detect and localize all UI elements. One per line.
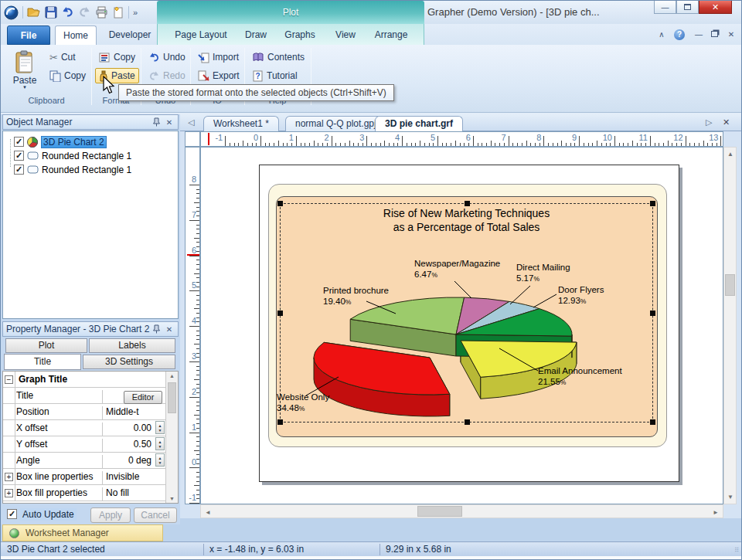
- property-group-row[interactable]: − Graph Title: [3, 372, 165, 388]
- scroll-up-icon[interactable]: ▲: [169, 373, 175, 378]
- visibility-checkbox[interactable]: ✓: [14, 165, 24, 175]
- apply-button[interactable]: Apply: [90, 507, 131, 523]
- scroll-down-icon[interactable]: ▼: [169, 496, 175, 501]
- cut-button[interactable]: ✂ Cut: [46, 49, 80, 65]
- new-format-icon[interactable]: [112, 6, 124, 19]
- property-row-box-line[interactable]: + Box line properties Invisible: [3, 469, 165, 485]
- selection-handle[interactable]: [465, 419, 470, 425]
- selection-handle[interactable]: [465, 201, 470, 206]
- scroll-left-icon[interactable]: ◄: [205, 509, 211, 516]
- auto-update-label[interactable]: Auto Update: [20, 508, 77, 521]
- property-grid-scrollbar[interactable]: ▲ ▼: [165, 372, 178, 503]
- spinner-control[interactable]: ▲▼: [155, 421, 165, 434]
- close-panel-icon[interactable]: ✕: [164, 325, 175, 334]
- save-icon[interactable]: [45, 6, 57, 19]
- auto-update-checkbox[interactable]: ✓: [7, 509, 17, 519]
- scroll-up-icon[interactable]: ▲: [727, 151, 733, 158]
- close-panel-icon[interactable]: ✕: [164, 118, 175, 127]
- tab-close-icon[interactable]: ✕: [723, 117, 730, 127]
- undo-button[interactable]: Undo: [145, 49, 189, 65]
- selection-handle[interactable]: [277, 419, 283, 425]
- pin-icon[interactable]: [153, 324, 164, 334]
- expand-icon[interactable]: +: [5, 473, 13, 481]
- property-row-y-offset[interactable]: Y offset 0.50 ▲▼: [3, 436, 165, 453]
- tab-page-layout[interactable]: Page Layout: [168, 25, 234, 45]
- contents-button[interactable]: Contents: [248, 49, 308, 65]
- tree-item-rounded-rectangle[interactable]: ✓ Rounded Rectangle 1: [14, 163, 131, 176]
- scrollbar-thumb[interactable]: [417, 506, 462, 517]
- paste-big-button[interactable]: Paste ▼: [7, 47, 43, 93]
- doc-tab-worksheet1[interactable]: Worksheet1 *: [203, 116, 279, 131]
- contextual-tab-group-header[interactable]: Plot: [157, 1, 424, 24]
- doc-tab-qq-plot[interactable]: normal Q-Q plot.gpj: [285, 116, 386, 131]
- property-row-x-offset[interactable]: X offset 0.00 ▲▼: [3, 420, 165, 436]
- pm-tab-3d-settings[interactable]: 3D Settings: [83, 355, 175, 369]
- help-icon[interactable]: ?: [672, 29, 686, 41]
- ribbon-collapse-icon[interactable]: ∧: [655, 29, 669, 41]
- property-row-box-fill[interactable]: + Box fill properties No fill: [3, 485, 165, 501]
- property-value[interactable]: No fill: [102, 487, 164, 501]
- spinner-control[interactable]: ▲▼: [155, 437, 165, 450]
- paste-dropdown-icon[interactable]: ▼: [22, 86, 27, 90]
- cancel-button[interactable]: Cancel: [134, 507, 177, 523]
- redo-button[interactable]: Redo: [145, 68, 189, 83]
- tab-scroll-right-icon[interactable]: ▷: [706, 117, 712, 127]
- document-restore-icon[interactable]: [707, 29, 721, 41]
- property-value[interactable]: Middle-t: [102, 406, 164, 420]
- redo-icon[interactable]: [78, 6, 91, 19]
- editor-button[interactable]: Editor: [124, 391, 162, 404]
- scrollbar-thumb[interactable]: [725, 274, 735, 296]
- horizontal-scrollbar[interactable]: ◄ ►: [200, 504, 723, 518]
- pm-tab-labels[interactable]: Labels: [89, 338, 175, 353]
- tab-developer[interactable]: Developer: [101, 25, 158, 45]
- tab-file[interactable]: File: [7, 25, 50, 45]
- resize-grip[interactable]: ⠿: [734, 547, 740, 554]
- export-button[interactable]: Export: [194, 68, 243, 83]
- property-row-position[interactable]: Position Middle-t: [3, 404, 165, 420]
- spinner-control[interactable]: ▲▼: [155, 453, 165, 467]
- scroll-down-icon[interactable]: ▼: [727, 494, 733, 501]
- selection-handle[interactable]: [650, 311, 655, 316]
- document-minimize-icon[interactable]: —: [692, 29, 706, 41]
- qat-overflow-button[interactable]: »: [133, 8, 138, 17]
- close-button[interactable]: ✕: [699, 1, 732, 14]
- open-icon[interactable]: [27, 6, 41, 19]
- selection-handle[interactable]: [277, 201, 283, 206]
- selection-handle[interactable]: [650, 201, 655, 206]
- selection-handle[interactable]: [277, 311, 283, 316]
- tab-scroll-left-icon[interactable]: ◁: [188, 117, 194, 127]
- worksheet-manager-tab[interactable]: Worksheet Manager: [2, 524, 163, 541]
- tab-arrange[interactable]: Arrange: [367, 25, 415, 45]
- tree-item-pie-chart[interactable]: ✓ 3D Pie Chart 2: [14, 135, 107, 148]
- undo-icon[interactable]: [61, 6, 74, 19]
- pin-icon[interactable]: [153, 117, 164, 127]
- property-value[interactable]: Invisible: [102, 471, 164, 485]
- minimize-button[interactable]: —: [654, 1, 676, 14]
- tab-draw[interactable]: Draw: [237, 25, 274, 45]
- copy-button[interactable]: Copy: [46, 68, 90, 83]
- selection-rectangle[interactable]: [280, 203, 653, 423]
- print-icon[interactable]: [95, 6, 108, 19]
- scrollbar-thumb[interactable]: [168, 382, 176, 413]
- visibility-checkbox[interactable]: ✓: [14, 151, 24, 161]
- property-value[interactable]: 0.00: [102, 423, 164, 436]
- tab-graphs[interactable]: Graphs: [277, 25, 322, 45]
- vertical-scrollbar[interactable]: ▲ ▼: [723, 147, 737, 504]
- doc-tab-3d-pie-chart[interactable]: 3D pie chart.grf: [375, 116, 463, 131]
- selection-handle[interactable]: [650, 419, 655, 425]
- tree-item-rounded-rectangle[interactable]: ✓ Rounded Rectangle 1: [14, 149, 131, 162]
- property-value[interactable]: 0 deg: [102, 455, 164, 469]
- property-row-title[interactable]: Title Editor: [3, 388, 165, 404]
- pm-tab-title[interactable]: Title: [4, 354, 81, 370]
- document-close-icon[interactable]: ✕: [724, 29, 738, 41]
- pm-tab-plot[interactable]: Plot: [5, 338, 87, 353]
- drawing-canvas[interactable]: Rise of New Marketing Techniques as a Pe…: [200, 147, 723, 504]
- collapse-icon[interactable]: −: [5, 375, 13, 384]
- import-button[interactable]: Import: [194, 49, 243, 65]
- expand-icon[interactable]: +: [5, 489, 13, 497]
- property-row-angle[interactable]: Angle 0 deg ▲▼: [3, 453, 165, 469]
- scroll-right-icon[interactable]: ►: [713, 509, 719, 516]
- tutorial-button[interactable]: ? Tutorial: [248, 68, 301, 83]
- copy-format-button[interactable]: Copy: [95, 49, 139, 65]
- visibility-checkbox[interactable]: ✓: [14, 137, 24, 147]
